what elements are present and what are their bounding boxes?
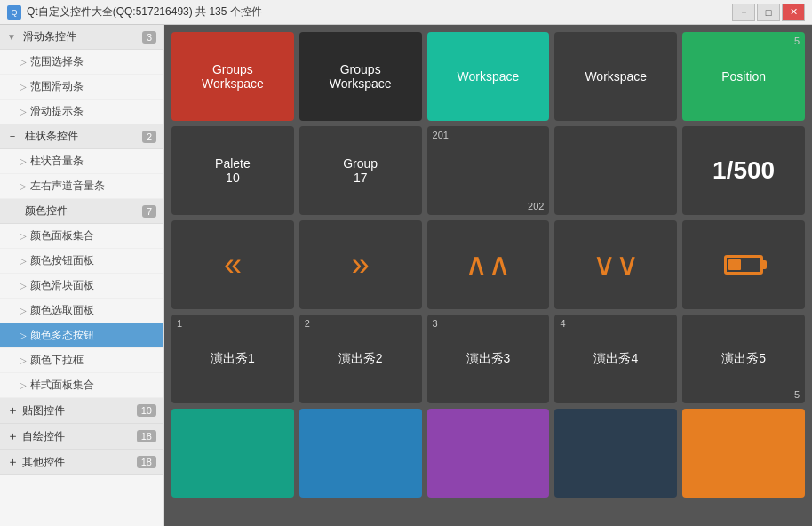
tile-show-5[interactable]: 5 演出秀5 <box>682 315 805 403</box>
sidebar-item-color-btn-panel[interactable]: ▷ 颜色按钮面板 <box>0 249 163 274</box>
sidebar-group-slider[interactable]: ▼ 滑动条控件 3 <box>0 25 163 50</box>
arrow-icon: ▷ <box>20 181 27 191</box>
tile-empty-1[interactable] <box>554 126 677 215</box>
tile-color-purple[interactable] <box>427 409 550 498</box>
arrow-icon: ▷ <box>20 306 27 315</box>
arrow-icon: ▷ <box>20 107 27 116</box>
tile-chevron-up[interactable]: ∧∧ <box>427 220 550 309</box>
window-controls[interactable]: － □ ✕ <box>732 4 805 21</box>
tile-201-202[interactable]: 201 202 <box>427 126 550 215</box>
tile-color-navy[interactable] <box>554 409 677 498</box>
corner-3: 3 <box>433 318 438 329</box>
sidebar-group-texture[interactable]: ＋ 贴图控件 10 <box>0 398 163 424</box>
sidebar-item-color-dropdown[interactable]: ▷ 颜色下拉框 <box>0 348 163 373</box>
chevron-double-up-icon: ∧∧ <box>465 253 511 275</box>
arrow-icon: ▷ <box>20 57 27 67</box>
battery-fill <box>728 259 741 270</box>
tile-groups-workspace-1[interactable]: Groups Workspace <box>171 32 294 121</box>
plus-icon: ＋ <box>7 402 19 418</box>
arrow-icon: ▷ <box>20 256 27 266</box>
tile-chevron-down[interactable]: ∨∨ <box>554 220 677 309</box>
tile-chevron-left[interactable]: « <box>171 220 294 309</box>
tile-groups-workspace-2[interactable]: Groups Workspace <box>299 32 422 121</box>
battery-body <box>724 255 763 275</box>
corner-label: 5 <box>794 36 800 46</box>
arrow-icon: ▷ <box>20 281 27 291</box>
sidebar-item-lr-volume[interactable]: ▷ 左右声道音量条 <box>0 174 163 199</box>
tile-show-1[interactable]: 1 演出秀1 <box>171 315 294 403</box>
battery-icon <box>724 255 763 275</box>
corner-4: 4 <box>560 318 565 329</box>
minus-icon2: － <box>7 203 18 219</box>
sidebar-item-color-multi-btn[interactable]: ▷ 颜色多态按钮 <box>0 323 163 348</box>
tile-color-teal[interactable] <box>171 409 294 498</box>
arrow-icon: ▷ <box>20 156 27 166</box>
corner-5: 5 <box>794 389 800 400</box>
close-button[interactable]: ✕ <box>782 4 805 21</box>
sidebar: ▼ 滑动条控件 3 ▷ 范围选择条 ▷ 范围滑动条 ▷ 滑动提示条 － 柱状条控… <box>0 25 164 526</box>
tile-position[interactable]: 5 Position <box>682 32 805 121</box>
tile-show-3[interactable]: 3 演出秀3 <box>427 315 550 403</box>
chevron-double-down-icon: ∨∨ <box>593 253 639 275</box>
sidebar-item-color-slider-panel[interactable]: ▷ 颜色滑块面板 <box>0 274 163 299</box>
sidebar-item-slider-tip[interactable]: ▷ 滑动提示条 <box>0 100 163 124</box>
arrow-icon: ▷ <box>20 331 27 340</box>
arrow-icon: ▷ <box>20 355 27 365</box>
main-content: ▼ 滑动条控件 3 ▷ 范围选择条 ▷ 范围滑动条 ▷ 滑动提示条 － 柱状条控… <box>0 25 812 526</box>
title-text: Qt自定义控件大全(QQ:517216493) 共 135 个控件 <box>27 4 262 20</box>
title-bar-left: Q Qt自定义控件大全(QQ:517216493) 共 135 个控件 <box>7 4 262 20</box>
tile-chevron-right[interactable]: » <box>299 220 422 309</box>
right-panel: Groups Workspace Groups Workspace Worksp… <box>164 25 812 526</box>
plus-icon2: ＋ <box>7 428 19 444</box>
tile-battery[interactable] <box>682 220 805 309</box>
tile-palete[interactable]: Palete10 <box>171 126 294 215</box>
sidebar-group-other[interactable]: ＋ 其他控件 18 <box>0 450 163 475</box>
sidebar-item-style-panel[interactable]: ▷ 样式面板集合 <box>0 373 163 398</box>
sidebar-group-draw[interactable]: ＋ 自绘控件 18 <box>0 424 163 450</box>
corner-1: 1 <box>177 318 182 329</box>
tile-1-500[interactable]: 1/500 <box>682 126 805 215</box>
corner-2: 2 <box>305 318 310 329</box>
minus-icon: － <box>7 129 18 144</box>
arrow-icon: ▷ <box>20 231 27 241</box>
sidebar-item-range-select[interactable]: ▷ 范围选择条 <box>0 50 163 75</box>
widget-grid: Groups Workspace Groups Workspace Worksp… <box>171 32 805 498</box>
sidebar-item-bar-volume[interactable]: ▷ 柱状音量条 <box>0 149 163 174</box>
sidebar-group-color[interactable]: － 颜色控件 7 <box>0 199 163 224</box>
sidebar-item-range-slider[interactable]: ▷ 范围滑动条 <box>0 75 163 100</box>
maximize-button[interactable]: □ <box>757 4 780 21</box>
tile-color-orange[interactable] <box>682 409 805 498</box>
sidebar-item-color-panel[interactable]: ▷ 颜色面板集合 <box>0 224 163 249</box>
tile-show-4[interactable]: 4 演出秀4 <box>554 315 677 403</box>
arrow-icon: ▷ <box>20 82 27 92</box>
tile-color-blue[interactable] <box>299 409 422 498</box>
app-icon: Q <box>7 5 21 20</box>
sidebar-item-color-pick-panel[interactable]: ▷ 颜色选取面板 <box>0 299 163 323</box>
corner-201: 201 <box>433 130 449 140</box>
tile-show-2[interactable]: 2 演出秀2 <box>299 315 422 403</box>
sidebar-group-bar[interactable]: － 柱状条控件 2 <box>0 124 163 149</box>
large-text-value: 1/500 <box>712 156 775 185</box>
chevron-double-right-icon: » <box>352 246 370 283</box>
tile-workspace-1[interactable]: Workspace <box>427 32 550 121</box>
tile-group[interactable]: Group17 <box>299 126 422 215</box>
title-bar: Q Qt自定义控件大全(QQ:517216493) 共 135 个控件 － □ … <box>0 0 812 25</box>
plus-icon3: ＋ <box>7 454 19 470</box>
arrow-icon: ▼ <box>7 32 16 42</box>
corner-202: 202 <box>528 201 544 211</box>
arrow-icon: ▷ <box>20 380 27 390</box>
minimize-button[interactable]: － <box>732 4 755 21</box>
chevron-double-left-icon: « <box>224 246 242 283</box>
tile-workspace-2[interactable]: Workspace <box>554 32 677 121</box>
